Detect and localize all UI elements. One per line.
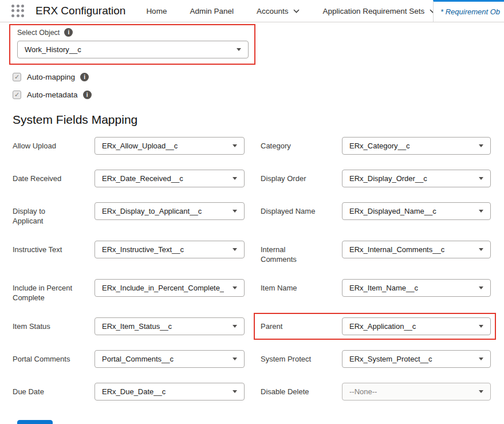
auto-metadata-option: ✓ Auto-metadata i — [13, 91, 504, 99]
dropdown-value: ERx_Application__c — [349, 322, 416, 331]
field-label: Display to Applicant — [13, 202, 94, 226]
chevron-down-icon — [479, 210, 483, 213]
nav-admin-panel[interactable]: Admin Panel — [190, 7, 234, 15]
chevron-down-icon — [233, 325, 237, 328]
display-order-dropdown[interactable]: ERx_Display_Order__c — [342, 170, 491, 187]
nav-accounts[interactable]: Accounts — [257, 7, 300, 15]
item-name-dropdown[interactable]: ERx_Item_Name__c — [342, 279, 491, 297]
chevron-down-icon — [479, 325, 483, 328]
dropdown-value: Portal_Comments__c — [102, 355, 174, 363]
tab-requirement-object[interactable]: * Requirement Ob — [433, 0, 504, 22]
chevron-down-icon — [479, 144, 483, 147]
allow-upload-dropdown[interactable]: ERx_Allow_Upload__c — [94, 137, 245, 155]
item-status-dropdown[interactable]: ERx_Item_Status__c — [94, 317, 245, 335]
dropdown-value: ERx_Item_Status__c — [102, 322, 172, 331]
auto-mapping-checkbox[interactable]: ✓ — [13, 73, 21, 81]
system-protect-dropdown[interactable]: ERx_System_Protect__c — [342, 350, 491, 368]
nav-application-requirement-sets[interactable]: Application Requirement Sets — [322, 7, 436, 15]
dropdown-value: ERx_Item_Name__c — [349, 284, 418, 292]
section-title: System Fields Mapping — [13, 113, 504, 127]
checkbox-label: Auto-metadata — [27, 91, 78, 99]
portal-comments-dropdown[interactable]: Portal_Comments__c — [94, 350, 245, 368]
form-row: Allow Upload ERx_Allow_Upload__c Categor… — [13, 137, 504, 155]
dropdown-value: ERx_Display_to_Applicant__c — [102, 207, 202, 215]
date-received-dropdown[interactable]: ERx_Date_Received__c — [94, 170, 245, 187]
chevron-down-icon — [233, 144, 237, 147]
info-icon[interactable]: i — [83, 91, 92, 99]
chevron-down-icon — [233, 286, 237, 289]
check-icon: ✓ — [14, 92, 19, 98]
auto-mapping-option: ✓ Auto-mapping i — [13, 73, 504, 81]
nav-home[interactable]: Home — [146, 7, 167, 15]
form-row: Item Status ERx_Item_Status__c Parent ER… — [13, 317, 504, 335]
dropdown-value: ERx_System_Protect__c — [349, 355, 432, 363]
displayed-name-dropdown[interactable]: ERx_Displayed_Name__c — [342, 202, 491, 220]
field-label: Disable Delete — [245, 383, 342, 396]
field-label: Displayed Name — [245, 202, 342, 216]
field-label: Display Order — [245, 170, 342, 183]
chevron-down-icon — [293, 9, 300, 13]
chevron-down-icon — [479, 390, 483, 393]
nav-label: Accounts — [257, 7, 289, 15]
field-label: Due Date — [13, 383, 94, 396]
internal-comments-dropdown[interactable]: ERx_Internal_Comments__c — [342, 241, 491, 258]
dropdown-value: ERx_Display_Order__c — [349, 174, 427, 183]
parent-dropdown[interactable]: ERx_Application__c — [342, 317, 491, 335]
field-label: Category — [245, 137, 342, 151]
chevron-down-icon — [233, 248, 237, 251]
field-label: Include in Percent Complete — [13, 279, 94, 303]
chevron-down-icon — [479, 286, 483, 289]
dropdown-value: ERx_Category__c — [349, 142, 410, 150]
category-dropdown[interactable]: ERx_Category__c — [342, 137, 491, 155]
app-title: ERX Configuration — [36, 5, 125, 17]
dropdown-value: ERx_Allow_Upload__c — [102, 142, 178, 150]
chevron-down-icon — [233, 210, 237, 213]
top-nav: Home Admin Panel Accounts Application Re… — [146, 7, 436, 15]
chevron-down-icon — [233, 358, 237, 360]
form-row: Instructive Text ERx_Instructive_Text__c… — [13, 241, 504, 264]
info-icon[interactable]: i — [64, 28, 73, 37]
instructive-text-dropdown[interactable]: ERx_Instructive_Text__c — [94, 241, 245, 258]
chevron-down-icon — [479, 248, 483, 251]
field-label: Allow Upload — [13, 137, 94, 151]
field-label: Item Status — [13, 317, 94, 331]
include-in-percent-complete-dropdown[interactable]: ERx_Include_in_Percent_Complete_ — [94, 279, 245, 297]
field-label: Instructive Text — [13, 241, 94, 254]
field-label: Internal Comments — [245, 241, 342, 264]
info-icon[interactable]: i — [80, 73, 89, 81]
chevron-down-icon — [479, 177, 483, 180]
field-label: Portal Comments — [13, 350, 94, 364]
dropdown-value: ERx_Date_Received__c — [102, 174, 183, 183]
dropdown-value: ERx_Instructive_Text__c — [102, 245, 184, 254]
chevron-down-icon — [237, 48, 241, 51]
highlight-select-object: Select Object i Work_History__c — [9, 24, 255, 65]
dropdown-value: ERx_Displayed_Name__c — [349, 207, 436, 215]
auto-metadata-checkbox[interactable]: ✓ — [13, 91, 21, 99]
app-header: ERX Configuration Home Admin Panel Accou… — [0, 0, 504, 22]
tab-label: * Requirement Ob — [440, 7, 500, 16]
dropdown-value: ERx_Include_in_Percent_Complete_ — [102, 284, 224, 292]
field-label: Item Name — [245, 279, 342, 293]
disable-delete-dropdown[interactable]: --None-- — [342, 383, 491, 401]
nav-label: Application Requirement Sets — [322, 7, 424, 15]
dropdown-value: --None-- — [349, 387, 377, 396]
form-row: Display to Applicant ERx_Display_to_Appl… — [13, 202, 504, 226]
form-row: Date Received ERx_Date_Received__c Displ… — [13, 170, 504, 187]
save-button[interactable]: Save — [17, 420, 53, 424]
select-object-dropdown[interactable]: Work_History__c — [17, 41, 249, 58]
check-icon: ✓ — [14, 74, 19, 80]
chevron-down-icon — [233, 177, 237, 180]
checkbox-label: Auto-mapping — [27, 73, 75, 81]
dropdown-value: ERx_Due_Date__c — [102, 387, 166, 396]
form-row: Portal Comments Portal_Comments__c Syste… — [13, 350, 504, 368]
nav-label: Home — [146, 7, 167, 15]
chevron-down-icon — [233, 390, 237, 393]
field-label: Date Received — [13, 170, 94, 183]
form-row: Include in Percent Complete ERx_Include_… — [13, 279, 504, 303]
app-launcher-icon[interactable] — [11, 5, 25, 18]
due-date-dropdown[interactable]: ERx_Due_Date__c — [94, 383, 245, 401]
dropdown-value: Work_History__c — [25, 45, 81, 54]
select-object-label: Select Object — [17, 29, 60, 37]
system-fields-mapping-form: Allow Upload ERx_Allow_Upload__c Categor… — [13, 137, 504, 401]
display-to-applicant-dropdown[interactable]: ERx_Display_to_Applicant__c — [94, 202, 245, 220]
